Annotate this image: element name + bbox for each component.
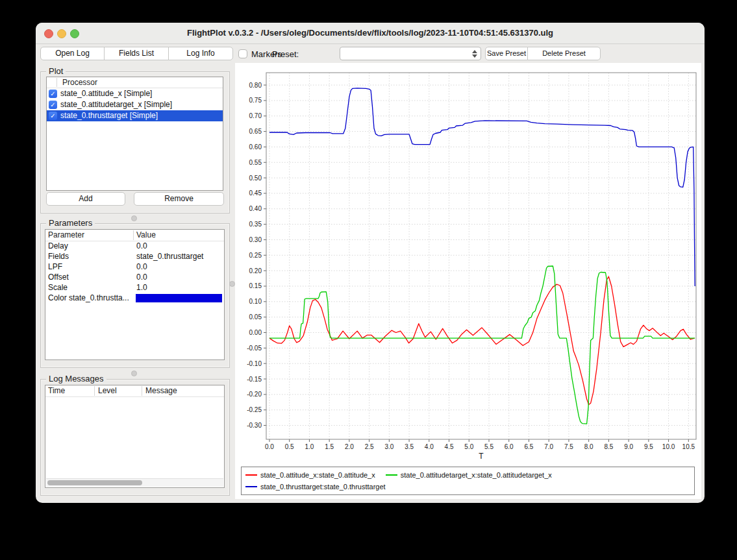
delete-preset-button[interactable]: Delete Preset	[527, 47, 601, 60]
x-tick-label: 7.0	[544, 443, 553, 450]
y-tick-label: 0.20	[249, 267, 262, 274]
y-tick-label: -0.15	[247, 376, 262, 383]
parameters-table-header: Parameter Value	[45, 230, 224, 241]
add-button[interactable]: Add	[46, 192, 125, 206]
parameter-name: Offset	[48, 273, 69, 282]
x-tick-label: 10.0	[662, 443, 675, 450]
message-column-header: Message	[145, 386, 177, 395]
parameter-row[interactable]: Scale1.0	[45, 283, 224, 293]
y-tick-label: -0.20	[247, 391, 262, 398]
parameter-column-header: Parameter	[48, 230, 84, 239]
item-label: state_0.thrusttarget [Simple]	[60, 111, 158, 120]
plot-list-header: Processor	[47, 77, 223, 88]
log-messages-table[interactable]: Time Level Message	[45, 385, 225, 488]
plot-panel: Plot Processor ✓state_0.attitude_x [Simp…	[40, 71, 230, 213]
x-tick-label: 0.5	[285, 443, 294, 450]
x-tick-label: 7.5	[564, 443, 573, 450]
item-label: state_0.attitude_x [Simple]	[60, 89, 152, 98]
save-preset-button[interactable]: Save Preset	[485, 47, 528, 60]
x-tick-label: 2.5	[365, 443, 374, 450]
y-tick-label: 0.70	[249, 112, 262, 119]
y-tick-label: 0.80	[249, 82, 262, 89]
preset-combo-input[interactable]	[343, 48, 468, 60]
x-tick-label: 9.0	[624, 443, 633, 450]
parameter-row[interactable]: Fieldsstate_0.thrusttarget	[45, 252, 224, 262]
parameter-row[interactable]: Color state_0.thrustta...	[45, 293, 224, 304]
list-item[interactable]: ✓state_0.attitude_x [Simple]	[47, 88, 223, 99]
legend-label: state_0.attitude_x:state_0.attitude_x	[260, 471, 375, 479]
x-tick-label: 1.0	[305, 443, 314, 450]
x-tick-label: 0.0	[265, 443, 274, 450]
parameter-value: 1.0	[136, 283, 147, 292]
splitter-handle-bottom[interactable]	[131, 371, 137, 376]
preset-combobox[interactable]	[340, 47, 481, 60]
parameters-table[interactable]: Parameter Value Delay0.0Fieldsstate_0.th…	[45, 229, 225, 360]
x-tick-label: 3.5	[405, 443, 414, 450]
legend-entry: state_0.thrusttarget:state_0.thrusttarge…	[245, 481, 386, 493]
parameter-name: Scale	[48, 283, 68, 292]
preset-label: Preset:	[272, 49, 299, 59]
y-tick-label: 0.60	[249, 143, 262, 151]
x-tick-label: 4.0	[425, 443, 434, 450]
legend-entry: state_0.attitudetarget_x:state_0.attitud…	[386, 469, 552, 481]
parameter-name: Fields	[48, 252, 69, 261]
y-tick-label: 0.30	[249, 236, 262, 243]
chart-panel: 0.800.750.700.650.600.550.500.450.400.35…	[235, 63, 701, 499]
title-bar[interactable]: FlightPlot v.0.3.2 - /Users/oleg/Documen…	[36, 23, 705, 44]
y-tick-label: -0.05	[247, 345, 262, 352]
parameter-row[interactable]: Offset0.0	[45, 273, 224, 283]
x-tick-label: 6.5	[525, 443, 534, 450]
remove-button[interactable]: Remove	[134, 192, 224, 206]
parameter-row[interactable]: Delay0.0	[45, 241, 224, 252]
legend-entry: state_0.attitude_x:state_0.attitude_x	[245, 469, 375, 481]
item-checkbox[interactable]: ✓	[49, 112, 57, 120]
y-tick-label: 0.10	[249, 298, 262, 305]
x-tick-label: 8.0	[584, 443, 593, 450]
open-log-button[interactable]: Open Log	[40, 47, 105, 60]
plot-list[interactable]: Processor ✓state_0.attitude_x [Simple]✓s…	[46, 77, 223, 191]
plot-area	[266, 73, 696, 439]
parameters-panel-title: Parameters	[46, 218, 95, 228]
parameter-value: 0.0	[136, 262, 147, 271]
plot-panel-title: Plot	[46, 66, 66, 76]
time-column-header: Time	[48, 386, 65, 395]
chart-legend: state_0.attitude_x:state_0.attitude_xsta…	[241, 467, 695, 495]
splitter-handle-vertical[interactable]	[229, 281, 235, 287]
list-item[interactable]: ✓state_0.attitudetarget_x [Simple]	[47, 99, 223, 110]
y-tick-label: 0.55	[249, 159, 262, 166]
chart-svg[interactable]: 0.800.750.700.650.600.550.500.450.400.35…	[235, 63, 701, 464]
markers-checkbox[interactable]	[238, 49, 247, 58]
window-title: FlightPlot v.0.3.2 - /Users/oleg/Documen…	[36, 23, 705, 43]
legend-line-icon	[245, 486, 257, 487]
item-checkbox[interactable]: ✓	[49, 101, 57, 109]
x-tick-label: 8.5	[604, 443, 613, 450]
log-info-button[interactable]: Log Info	[168, 47, 233, 60]
log-messages-panel-title: Log Messages	[46, 374, 106, 383]
item-checkbox[interactable]: ✓	[49, 90, 57, 98]
parameter-value: state_0.thrusttarget	[136, 252, 203, 261]
x-tick-label: 4.5	[445, 443, 454, 450]
x-tick-label: 2.0	[345, 443, 354, 450]
y-tick-label: -0.30	[247, 422, 262, 429]
list-item[interactable]: ✓state_0.thrusttarget [Simple]	[47, 110, 223, 121]
y-tick-label: -0.10	[247, 360, 262, 367]
scrollbar-thumb[interactable]	[47, 480, 142, 485]
flightplot-window: FlightPlot v.0.3.2 - /Users/oleg/Documen…	[36, 23, 705, 503]
parameter-value: 0.0	[136, 273, 147, 282]
x-tick-label: 5.0	[464, 443, 473, 450]
level-column-header: Level	[98, 386, 117, 395]
fields-list-button[interactable]: Fields List	[104, 47, 169, 60]
color-swatch[interactable]	[136, 294, 222, 302]
y-tick-label: 0.05	[249, 313, 262, 321]
y-tick-label: -0.25	[247, 406, 262, 413]
parameter-row[interactable]: LPF0.0	[45, 262, 224, 273]
log-messages-table-header: Time Level Message	[45, 385, 224, 397]
y-tick-label: 0.50	[249, 175, 262, 182]
y-tick-label: 0.75	[249, 97, 262, 104]
horizontal-scrollbar[interactable]	[46, 478, 223, 487]
splitter-handle-top[interactable]	[131, 215, 137, 221]
legend-line-icon	[245, 474, 257, 476]
screen-background: FlightPlot v.0.3.2 - /Users/oleg/Documen…	[0, 0, 737, 560]
combo-stepper-icon[interactable]	[471, 49, 478, 59]
parameter-name: LPF	[48, 262, 62, 271]
